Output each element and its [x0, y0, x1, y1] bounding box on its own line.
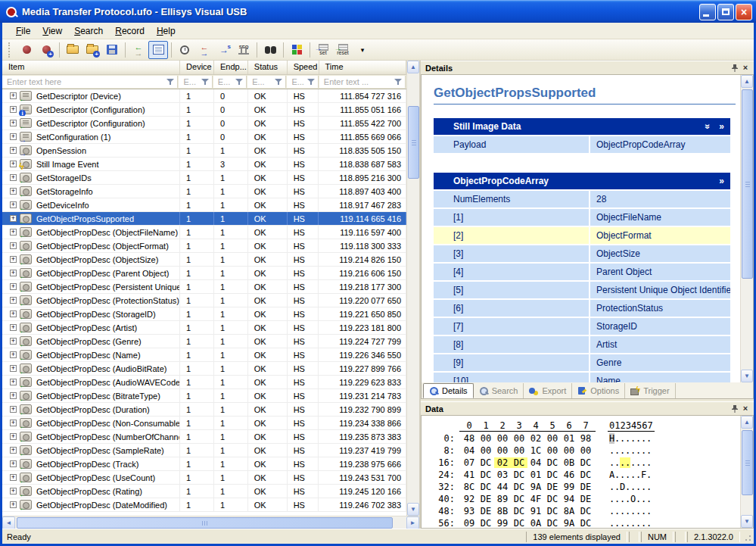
- detail-row[interactable]: [6]ProtectionStatus: [434, 300, 730, 317]
- expand-icon[interactable]: +: [10, 147, 17, 154]
- hex-byte[interactable]: DC: [511, 470, 527, 480]
- detail-row[interactable]: [10]Name: [434, 373, 730, 382]
- table-row[interactable]: +GetObjectPropDesc (Name)11OKHS119.226 3…: [2, 348, 406, 362]
- filter-icon[interactable]: [235, 78, 244, 86]
- table-row[interactable]: +GetObjectPropDesc (Artist)11OKHS119.223…: [2, 321, 406, 335]
- menu-item-search[interactable]: Search: [68, 24, 109, 38]
- expand-icon[interactable]: +: [10, 474, 17, 481]
- hex-byte[interactable]: 8C: [461, 482, 478, 492]
- hex-byte[interactable]: 0A: [527, 518, 544, 528]
- maximize-button[interactable]: [717, 4, 734, 20]
- toolbar-display-options-button[interactable]: [287, 41, 306, 59]
- hex-byte[interactable]: DC: [511, 457, 527, 468]
- hex-byte[interactable]: 00: [544, 433, 561, 444]
- ascii-char[interactable]: .: [630, 470, 636, 480]
- table-row[interactable]: +GetObjectPropDesc (ProtectionStatus)11O…: [2, 294, 406, 307]
- section-header[interactable]: ObjectPropCodeArray»: [434, 173, 730, 189]
- hex-byte[interactable]: 02: [494, 457, 511, 468]
- hex-byte[interactable]: DC: [511, 518, 527, 528]
- table-row[interactable]: +GetObjectPropDesc (Track)11OKHS119.238 …: [2, 457, 406, 471]
- filter-device-input[interactable]: E...: [179, 76, 212, 88]
- ascii-char[interactable]: .: [614, 433, 620, 444]
- hex-byte[interactable]: 9A: [561, 518, 577, 528]
- ascii-char[interactable]: .: [646, 470, 652, 480]
- expand-icon[interactable]: +: [10, 501, 17, 508]
- ascii-char[interactable]: .: [609, 457, 614, 468]
- table-row[interactable]: +GetObjectPropDesc (UseCount)11OKHS119.2…: [2, 471, 406, 485]
- hex-byte[interactable]: 89: [494, 494, 511, 504]
- expand-icon[interactable]: +: [10, 420, 17, 426]
- ascii-char[interactable]: .: [625, 470, 630, 480]
- table-row[interactable]: +GetObjectPropDesc (Rating)11OKHS119.245…: [2, 485, 406, 498]
- table-row[interactable]: +GetObjectPropDesc (ObjectSize)11OKHS119…: [2, 253, 406, 267]
- resize-grip[interactable]: [742, 532, 752, 542]
- expand-icon[interactable]: +: [10, 324, 17, 331]
- ascii-char[interactable]: .: [646, 433, 652, 444]
- ascii-char[interactable]: H: [609, 433, 614, 444]
- toolbar-instant-view-button[interactable]: [148, 41, 168, 59]
- ascii-char[interactable]: .: [641, 494, 646, 504]
- hex-byte[interactable]: 8B: [494, 506, 511, 516]
- ascii-char[interactable]: .: [646, 506, 652, 516]
- detail-row[interactable]: NumElements28: [434, 191, 730, 207]
- ascii-char[interactable]: .: [636, 433, 641, 444]
- column-header-status[interactable]: Status: [248, 61, 288, 74]
- toolbar-find-button[interactable]: [260, 41, 280, 59]
- scroll-up-icon[interactable]: ▲: [741, 75, 753, 88]
- ascii-char[interactable]: .: [620, 433, 625, 444]
- toolbar-open-append-button[interactable]: +: [82, 41, 102, 59]
- hex-byte[interactable]: 00: [511, 445, 527, 456]
- expand-icon[interactable]: +: [10, 270, 17, 276]
- ascii-char[interactable]: .: [630, 457, 636, 468]
- ascii-char[interactable]: .: [609, 445, 614, 456]
- ascii-char[interactable]: .: [636, 482, 641, 492]
- expand-icon[interactable]: +: [10, 256, 17, 263]
- hex-byte[interactable]: 44: [494, 482, 511, 492]
- expand-icon[interactable]: +: [10, 188, 17, 195]
- menu-item-file[interactable]: File: [10, 24, 36, 38]
- table-row[interactable]: +GetDescriptor (Configuration)10OKHS111.…: [2, 103, 406, 117]
- hex-byte[interactable]: DC: [544, 470, 561, 480]
- detail-row[interactable]: [3]ObjectSize: [434, 245, 730, 262]
- hex-byte[interactable]: 48: [461, 433, 478, 444]
- tab-details[interactable]: Details: [423, 383, 474, 398]
- menu-item-help[interactable]: Help: [151, 24, 182, 38]
- expand-icon[interactable]: +: [10, 406, 17, 413]
- toolbar-goto-sequence-button[interactable]: →s: [214, 41, 234, 59]
- ascii-char[interactable]: .: [636, 518, 641, 528]
- ascii-char[interactable]: .: [625, 494, 630, 504]
- left-vscroll-thumb[interactable]: [408, 106, 419, 179]
- table-row[interactable]: +GetStorageInfo11OKHS118.897 403 400: [2, 185, 406, 198]
- scroll-right-icon[interactable]: ►: [406, 516, 419, 529]
- detail-row[interactable]: [8]Artist: [434, 336, 730, 353]
- expand-icon[interactable]: +: [10, 297, 17, 304]
- table-row[interactable]: +GetObjectPropDesc (AudioWAVECodec)11OKH…: [2, 376, 406, 389]
- expand-icon[interactable]: +: [10, 379, 17, 385]
- left-vertical-scrollbar[interactable]: ▲ ▼: [406, 61, 419, 516]
- ascii-char[interactable]: .: [625, 482, 630, 492]
- expand-icon[interactable]: +: [10, 133, 17, 140]
- hex-byte[interactable]: DC: [577, 457, 594, 468]
- ascii-char[interactable]: .: [620, 494, 625, 504]
- hex-byte[interactable]: 4F: [527, 494, 544, 504]
- ascii-char[interactable]: .: [625, 506, 630, 516]
- detail-row[interactable]: [7]StorageID: [434, 318, 730, 335]
- ascii-char[interactable]: .: [614, 506, 620, 516]
- table-row[interactable]: +GetObjectPropDesc (Genre)11OKHS119.224 …: [2, 335, 406, 348]
- hex-byte[interactable]: 00: [478, 433, 494, 444]
- scroll-down-icon[interactable]: ▼: [741, 515, 753, 528]
- ascii-char[interactable]: .: [620, 470, 625, 480]
- ascii-char[interactable]: .: [630, 506, 636, 516]
- table-row[interactable]: +GetObjectPropDesc (Parent Object)11OKHS…: [2, 267, 406, 280]
- ascii-char[interactable]: .: [614, 470, 620, 480]
- detail-row[interactable]: [5]Persistent Unique Object Identifier: [434, 282, 730, 298]
- data-scroll-thumb[interactable]: [742, 430, 753, 495]
- table-row[interactable]: +GetObjectPropDesc (BitrateType)11OKHS11…: [2, 389, 406, 403]
- toolbar-timing-button[interactable]: [175, 41, 194, 59]
- toolbar-set-button[interactable]: →set: [313, 41, 333, 59]
- filter-icon[interactable]: [201, 78, 210, 86]
- table-row[interactable]: +GetObjectPropDesc (DateModified)11OKHS1…: [2, 498, 406, 512]
- hex-byte[interactable]: 99: [561, 482, 577, 492]
- hex-byte[interactable]: 00: [544, 445, 561, 456]
- expand-icon[interactable]: +: [10, 201, 17, 208]
